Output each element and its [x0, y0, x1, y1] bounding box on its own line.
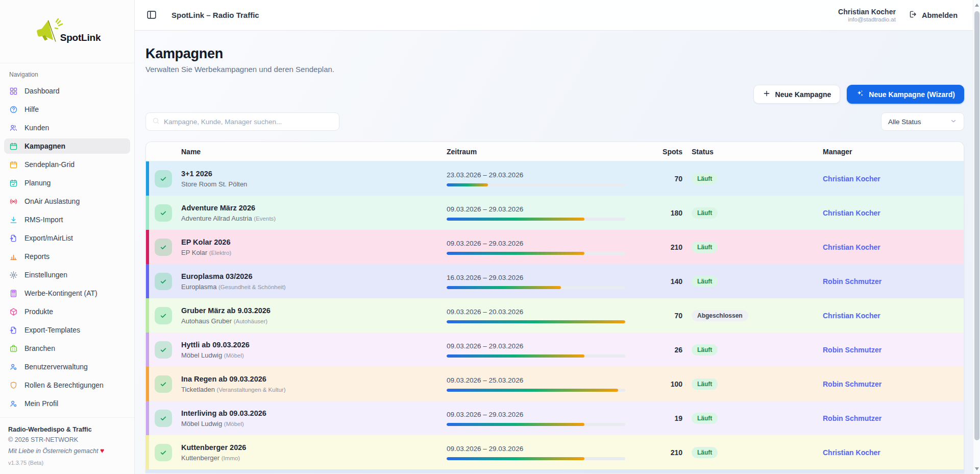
sidebar-item-label: RMS-Import: [24, 216, 63, 224]
campaign-client: Kuttenberger (Immo): [181, 454, 447, 462]
progress-fill: [447, 423, 584, 426]
row-accent-bar: [146, 367, 149, 401]
campaign-row[interactable]: Gruber März ab 9.03.2026Autohaus Gruber …: [146, 298, 964, 333]
sidebar-item-rollen-berechtigungen[interactable]: Rollen & Berechtigungen: [4, 377, 130, 393]
progress-fill: [447, 183, 488, 186]
campaign-client: Adventure Allrad Austria (Events): [181, 215, 447, 222]
manager-link[interactable]: Robin Schmutzer: [814, 380, 964, 388]
scrollbar-up-arrow[interactable]: [975, 4, 979, 7]
sidebar-item-label: Reports: [24, 252, 50, 260]
user-email: info@stadtradio.at: [838, 16, 896, 22]
page-scrollbar: [973, 0, 980, 474]
progress-fill: [447, 354, 584, 358]
sidebar-item-einstellungen[interactable]: Einstellungen: [4, 267, 130, 282]
new-campaign-button[interactable]: Neue Kampagne: [753, 85, 841, 104]
row-checkbox[interactable]: [155, 239, 172, 256]
spots-count: 70: [641, 175, 682, 183]
manager-link[interactable]: Christian Kocher: [814, 209, 964, 217]
campaign-row[interactable]: Europlasma 03/2026Europlasma (Gesundheit…: [146, 264, 964, 298]
campaign-row[interactable]: Adventure März 2026Adventure Allrad Aust…: [146, 196, 964, 230]
campaign-row[interactable]: 3+1 2026Store Room St. Pölten23.03.2026 …: [146, 161, 964, 196]
progress-bar: [447, 389, 625, 392]
campaign-row[interactable]: Interliving ab 09.03.2026Möbel Ludwig (M…: [146, 401, 964, 435]
row-accent-bar: [146, 161, 149, 196]
package-icon: [9, 307, 18, 316]
manager-link[interactable]: Robin Schmutzer: [814, 414, 964, 422]
sidebar-item-kunden[interactable]: Kunden: [4, 120, 130, 135]
sidebar-item-export-templates[interactable]: Export-Templates: [4, 322, 130, 338]
progress-bar: [447, 218, 625, 221]
manager-link[interactable]: Christian Kocher: [814, 243, 964, 251]
row-checkbox[interactable]: [155, 375, 172, 393]
row-accent-bar: [146, 298, 149, 333]
logout-icon: [908, 10, 917, 20]
row-checkbox[interactable]: [155, 341, 172, 359]
user-dot-icon: [9, 399, 18, 408]
row-accent-bar: [146, 435, 149, 469]
column-header-spots: Spots: [641, 148, 682, 156]
sidebar-item-label: Sendeplan-Grid: [24, 160, 75, 169]
row-checkbox[interactable]: [155, 204, 172, 222]
search-input[interactable]: [164, 118, 333, 126]
new-campaign-wizard-button[interactable]: Neue Kampagne (Wizard): [847, 85, 964, 104]
page-title: Kampagnen: [145, 46, 964, 62]
status-badge: Läuft: [692, 378, 718, 390]
manager-link[interactable]: Robin Schmutzer: [814, 277, 964, 286]
row-accent-bar: [146, 230, 149, 264]
row-checkbox[interactable]: [155, 410, 172, 427]
campaign-row[interactable]: EP Kolar 2026EP Kolar (Elektro)09.03.202…: [146, 230, 964, 264]
shield-icon: [9, 381, 18, 390]
sidebar-item-sendeplan-grid[interactable]: Sendeplan-Grid: [4, 157, 130, 172]
spots-count: 19: [641, 414, 682, 422]
topbar: SpotLink – Radio Traffic Christian Koche…: [135, 0, 980, 31]
status-badge: Läuft: [692, 344, 718, 356]
client-branch: (Elektro): [209, 250, 231, 256]
sidebar-item-branchen[interactable]: Branchen: [4, 341, 130, 356]
sidebar-item-kampagnen[interactable]: Kampagnen: [4, 138, 130, 154]
manager-link[interactable]: Christian Kocher: [814, 448, 964, 457]
row-checkbox[interactable]: [155, 170, 172, 187]
campaign-row[interactable]: Ina Regen ab 09.03.2026Ticketladen (Vera…: [146, 367, 964, 401]
status-badge: Läuft: [692, 242, 718, 253]
sidebar-item-reports[interactable]: Reports: [4, 249, 130, 264]
heart-icon: ♥: [100, 446, 104, 455]
progress-fill: [447, 286, 561, 289]
logo: SpotLink: [0, 0, 134, 63]
sidebar-item-hilfe[interactable]: Hilfe: [4, 102, 130, 117]
spots-count: 180: [641, 209, 682, 217]
sidebar-item-export-mairlist[interactable]: Export/mAirList: [4, 230, 130, 246]
progress-bar: [447, 423, 625, 426]
campaign-row[interactable]: Hyttli ab 09.03.2026Möbel Ludwig (Möbel)…: [146, 333, 964, 367]
campaign-client: Europlasma (Gesundheit & Schönheit): [181, 283, 447, 291]
user-name: Christian Kocher: [838, 8, 896, 16]
progress-bar: [447, 320, 625, 323]
sidebar-item-dashboard[interactable]: Dashboard: [4, 83, 130, 99]
campaign-client: EP Kolar (Elektro): [181, 249, 447, 256]
sidebar-item-label: Werbe-Kontingent (AT): [24, 289, 97, 297]
row-checkbox[interactable]: [155, 273, 172, 290]
sidebar-item-rms-import[interactable]: RMS-Import: [4, 212, 130, 227]
sidebar-item-onair-auslastung[interactable]: OnAir Auslastung: [4, 194, 130, 209]
scrollbar-down-arrow[interactable]: [975, 467, 979, 470]
sidebar-item-werbe-kontingent[interactable]: Werbe-Kontingent (AT): [4, 286, 130, 301]
sidebar-item-benutzerverwaltung[interactable]: Benutzerverwaltung: [4, 359, 130, 374]
row-checkbox[interactable]: [155, 444, 172, 461]
row-checkbox[interactable]: [155, 307, 172, 324]
campaign-period: 09.03.2026 – 29.03.2026: [447, 240, 641, 247]
scrollbar-thumb[interactable]: [974, 11, 979, 440]
file-export-icon: [9, 234, 18, 243]
manager-link[interactable]: Christian Kocher: [814, 175, 964, 183]
sidebar-item-label: OnAir Auslastung: [24, 197, 80, 205]
campaign-row[interactable]: Kuttenberger 2026Kuttenberger (Immo)09.0…: [146, 435, 964, 469]
manager-link[interactable]: Robin Schmutzer: [814, 346, 964, 354]
campaign-name: 3+1 2026: [181, 169, 447, 178]
sidebar-item-mein-profil[interactable]: Mein Profil: [4, 396, 130, 411]
bar-chart-icon: [9, 252, 18, 261]
logout-button[interactable]: Abmelden: [908, 10, 958, 20]
manager-link[interactable]: Christian Kocher: [814, 312, 964, 320]
sidebar-item-planung[interactable]: Planung: [4, 175, 130, 191]
sidebar-item-produkte[interactable]: Produkte: [4, 304, 130, 319]
campaign-name: EP Kolar 2026: [181, 238, 447, 247]
status-filter-select[interactable]: Alle Status: [881, 112, 964, 131]
sidebar-toggle-icon[interactable]: [146, 9, 158, 21]
